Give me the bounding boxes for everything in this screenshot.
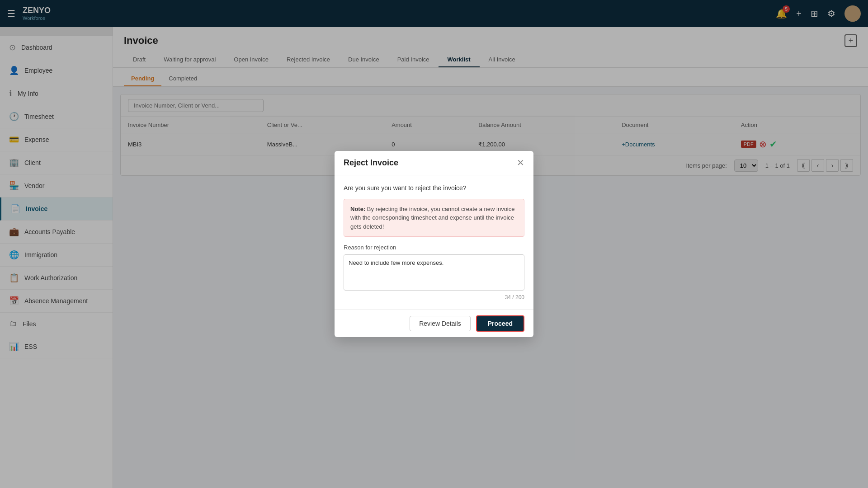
modal-footer: Review Details Proceed	[335, 310, 533, 337]
modal-close-button[interactable]: ✕	[517, 158, 524, 167]
modal-header: Reject Invoice ✕	[335, 151, 533, 175]
reject-invoice-modal: Reject Invoice ✕ Are you sure you want t…	[335, 151, 533, 338]
reason-label: Reason for rejection	[344, 244, 524, 251]
char-count: 34 / 200	[344, 294, 524, 300]
note-label: Note:	[350, 206, 365, 212]
modal-title: Reject Invoice	[344, 158, 398, 168]
review-details-button[interactable]: Review Details	[410, 316, 471, 331]
modal-body: Are you sure you want to reject the invo…	[335, 175, 533, 310]
confirm-text: Are you sure you want to reject the invo…	[344, 184, 524, 192]
reason-textarea[interactable]: Need to include few more expenses.	[344, 254, 524, 291]
note-box-text: Note: By rejecting the invoice, you cann…	[350, 205, 518, 231]
note-content: By rejecting the invoice, you cannot cre…	[350, 206, 514, 230]
modal-overlay: Reject Invoice ✕ Are you sure you want t…	[0, 0, 868, 488]
note-box: Note: By rejecting the invoice, you cann…	[344, 199, 524, 237]
proceed-button[interactable]: Proceed	[476, 315, 524, 332]
